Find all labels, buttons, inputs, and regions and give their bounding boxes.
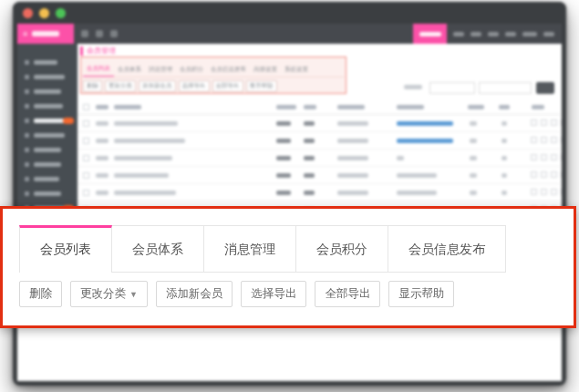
row-checkbox[interactable] <box>83 172 89 179</box>
row-action-icon[interactable] <box>551 119 557 126</box>
table-row[interactable] <box>78 167 560 184</box>
count-placeholder <box>470 139 477 143</box>
navbar-icon[interactable] <box>96 30 103 37</box>
tab-info-publish[interactable]: 会员信息发布 <box>388 225 506 273</box>
change-category-label: 更改分类 <box>80 287 126 300</box>
top-navbar: ≡ <box>17 24 562 44</box>
select-all-checkbox[interactable] <box>83 104 89 110</box>
tab-member-system[interactable]: 会员体系 <box>112 225 204 273</box>
navbar-menu-item[interactable] <box>453 32 464 36</box>
close-window-button[interactable] <box>23 8 33 18</box>
sidebar-item[interactable] <box>17 186 78 201</box>
navbar-primary-button[interactable] <box>413 24 447 44</box>
mini-tab-info-publish[interactable]: 会员信息发布 <box>207 66 250 77</box>
row-action-icon[interactable] <box>541 119 547 126</box>
mini-tab-advanced[interactable]: 高级设置 <box>250 66 281 77</box>
delete-button[interactable]: 删除 <box>19 281 62 307</box>
brand-logo[interactable]: ≡ <box>17 24 74 44</box>
tab-member-list[interactable]: 会员列表 <box>19 225 112 273</box>
mini-export-all-button[interactable]: 全部导出 <box>212 80 243 92</box>
magnified-callout: 会员列表 会员体系 消息管理 会员积分 会员信息发布 删除 更改分类▼ 添加新会… <box>0 206 576 328</box>
sidebar-item[interactable] <box>17 98 78 113</box>
navbar-menu-item[interactable] <box>470 32 481 36</box>
navbar-primary-button-label-placeholder <box>419 32 441 36</box>
sidebar-item-label-placeholder <box>34 119 67 123</box>
navbar-icon[interactable] <box>81 30 88 37</box>
sidebar-item-label-placeholder <box>34 148 61 152</box>
export-selected-button[interactable]: 选择导出 <box>241 281 306 307</box>
row-action-icon[interactable] <box>561 119 562 126</box>
sidebar-item[interactable] <box>17 171 78 186</box>
member-name-placeholder <box>114 139 185 143</box>
mini-export-selected-button[interactable]: 选择导出 <box>179 80 210 92</box>
brand-name-placeholder <box>32 31 59 36</box>
row-action-icon[interactable] <box>561 154 562 160</box>
table-row[interactable] <box>78 150 560 167</box>
status-placeholder <box>501 139 507 143</box>
sidebar-item[interactable] <box>17 113 78 128</box>
navbar-icon[interactable] <box>110 30 118 37</box>
change-category-dropdown-button[interactable]: 更改分类▼ <box>70 281 148 307</box>
filter-select[interactable] <box>429 82 475 94</box>
mini-tab-member-list[interactable]: 会员列表 <box>83 65 114 77</box>
export-all-button[interactable]: 全部导出 <box>315 281 380 307</box>
group-placeholder <box>276 173 291 178</box>
sidebar-item[interactable] <box>17 69 78 84</box>
row-checkbox[interactable] <box>83 190 89 196</box>
row-action-icon[interactable] <box>561 137 562 143</box>
sidebar-item-icon <box>25 104 29 108</box>
sidebar-item[interactable] <box>17 84 78 98</box>
row-action-icon[interactable] <box>531 119 537 126</box>
row-action-icon[interactable] <box>531 171 537 178</box>
navbar-menu-item[interactable] <box>543 32 554 36</box>
row-action-icon[interactable] <box>541 189 547 195</box>
row-action-icon[interactable] <box>531 154 537 160</box>
tab-points[interactable]: 会员积分 <box>296 225 388 273</box>
row-checkbox[interactable] <box>83 155 89 161</box>
register-date-placeholder <box>337 173 368 178</box>
search-input[interactable] <box>479 82 532 94</box>
sidebar-item-label-placeholder <box>34 104 63 108</box>
mini-tab-points[interactable]: 会员积分 <box>176 66 207 77</box>
row-action-icon[interactable] <box>551 137 557 143</box>
mini-change-category-button[interactable]: 更改分类 <box>105 80 136 92</box>
row-action-icon[interactable] <box>531 137 537 143</box>
add-member-button[interactable]: 添加新会员 <box>156 281 233 307</box>
sidebar-item[interactable] <box>17 55 78 69</box>
row-checkbox[interactable] <box>83 138 89 144</box>
minimize-window-button[interactable] <box>39 8 49 18</box>
mini-tab-system[interactable]: 系统设置 <box>281 66 312 77</box>
sidebar-item[interactable] <box>17 128 78 142</box>
zoom-window-button[interactable] <box>56 8 66 18</box>
mini-tab-messages[interactable]: 消息管理 <box>145 66 176 77</box>
row-action-icon[interactable] <box>541 154 547 160</box>
mini-tab-member-system[interactable]: 会员体系 <box>114 66 145 77</box>
search-button[interactable] <box>536 82 554 94</box>
tab-messages[interactable]: 消息管理 <box>204 225 296 273</box>
mini-delete-button[interactable]: 删除 <box>83 80 102 92</box>
group-placeholder <box>276 156 291 160</box>
table-row[interactable] <box>78 132 560 150</box>
sidebar-item[interactable] <box>17 157 78 171</box>
navbar-menu-item[interactable] <box>488 32 499 36</box>
email-link-placeholder[interactable] <box>397 139 453 143</box>
group-placeholder <box>276 121 291 126</box>
mini-show-help-button[interactable]: 显示帮助 <box>246 80 277 92</box>
row-checkbox[interactable] <box>83 120 89 127</box>
row-action-icon[interactable] <box>551 171 557 178</box>
row-action-icon[interactable] <box>541 137 547 143</box>
row-action-icon[interactable] <box>531 189 537 195</box>
row-action-icon[interactable] <box>561 189 562 195</box>
table-row[interactable] <box>78 184 560 201</box>
navbar-menu-item[interactable] <box>505 32 516 36</box>
navbar-menu-item[interactable] <box>522 32 537 36</box>
table-row[interactable] <box>78 115 560 132</box>
sidebar-item[interactable] <box>17 142 78 157</box>
row-action-icon[interactable] <box>561 171 562 178</box>
show-help-button[interactable]: 显示帮助 <box>388 281 454 307</box>
row-action-icon[interactable] <box>541 171 547 178</box>
row-action-icon[interactable] <box>551 154 557 160</box>
email-link-placeholder[interactable] <box>397 121 453 126</box>
row-action-icon[interactable] <box>551 189 557 195</box>
mini-add-member-button[interactable]: 添加新会员 <box>139 80 176 92</box>
